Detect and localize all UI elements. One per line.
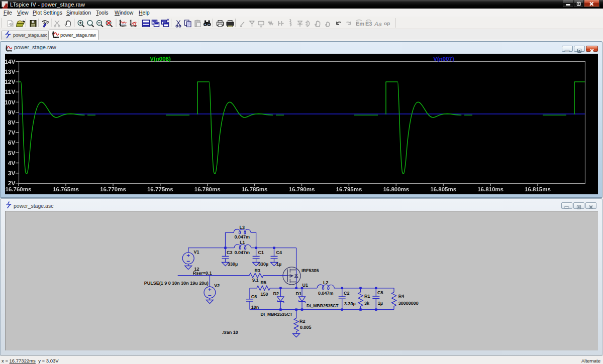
svg-text:op: op — [384, 21, 390, 27]
svg-text:330µ: 330µ — [228, 262, 238, 267]
svg-text:Aa: Aa — [374, 21, 382, 28]
svg-text:V(n006): V(n006) — [150, 56, 171, 62]
svg-text:C6: C6 — [251, 294, 257, 299]
svg-text:16.790ms: 16.790ms — [289, 187, 315, 193]
svg-text:R3: R3 — [255, 268, 261, 273]
svg-text:9V: 9V — [8, 109, 16, 116]
svg-text:16.815ms: 16.815ms — [525, 187, 551, 193]
svg-text:PULSE(1 9 0 30n 30n 19u 20u): PULSE(1 9 0 30n 30n 19u 20u) — [144, 281, 209, 286]
svg-text:10V: 10V — [5, 99, 16, 106]
svg-text:16.780ms: 16.780ms — [194, 187, 221, 193]
svg-text:16.805ms: 16.805ms — [430, 187, 456, 193]
svg-text:3k: 3k — [364, 301, 370, 306]
svg-text:DI_MBR2535CT: DI_MBR2535CT — [307, 303, 339, 308]
svg-text:Em: Em — [356, 21, 364, 27]
svg-text:1µ: 1µ — [276, 262, 281, 267]
svg-text:R2: R2 — [299, 319, 306, 324]
svg-text:16.765ms: 16.765ms — [53, 187, 79, 193]
svg-text:V2: V2 — [214, 283, 220, 288]
svg-text:16.770ms: 16.770ms — [100, 187, 126, 193]
svg-text:C5: C5 — [377, 290, 383, 295]
svg-text:1µ: 1µ — [378, 301, 383, 306]
svg-text:D1: D1 — [295, 291, 301, 296]
svg-text:6V: 6V — [8, 139, 16, 146]
svg-text:C3: C3 — [227, 250, 233, 255]
svg-text:D2: D2 — [273, 291, 279, 296]
svg-text:16.810ms: 16.810ms — [477, 187, 504, 193]
svg-text:16.775ms: 16.775ms — [147, 187, 173, 193]
svg-text:13V: 13V — [5, 68, 16, 75]
svg-text:C2: C2 — [344, 291, 350, 296]
svg-text:150: 150 — [261, 292, 268, 297]
svg-text:16.785ms: 16.785ms — [242, 187, 268, 193]
svg-text:330µ: 330µ — [258, 262, 268, 267]
svg-text:E3: E3 — [365, 21, 372, 27]
svg-text:C1: C1 — [258, 250, 264, 255]
svg-text:C4: C4 — [276, 250, 282, 255]
svg-text:12V: 12V — [5, 78, 16, 85]
svg-text:16.760ms: 16.760ms — [6, 187, 32, 193]
svg-text:10n: 10n — [251, 305, 259, 310]
svg-text:16.795ms: 16.795ms — [336, 187, 362, 193]
svg-text:2V: 2V — [8, 180, 16, 187]
svg-text:L3: L3 — [240, 225, 245, 230]
svg-text:0.047m: 0.047m — [235, 250, 250, 255]
svg-text:9.1: 9.1 — [252, 278, 259, 283]
svg-text:11V: 11V — [5, 88, 16, 95]
svg-text:U1: U1 — [302, 283, 308, 288]
svg-text:8V: 8V — [8, 119, 16, 126]
svg-text:L1: L1 — [240, 240, 245, 245]
svg-text:3V: 3V — [8, 170, 16, 177]
svg-text:V(n007): V(n007) — [433, 56, 454, 62]
svg-text:V1: V1 — [194, 250, 199, 255]
svg-text:R4: R4 — [398, 294, 405, 299]
svg-text:R1: R1 — [364, 294, 370, 299]
svg-text:7V: 7V — [8, 129, 16, 136]
svg-text:IRF5305: IRF5305 — [301, 268, 319, 273]
svg-text:Rser=0.1: Rser=0.1 — [193, 271, 212, 276]
svg-text:R5: R5 — [261, 280, 267, 285]
svg-text:5V: 5V — [8, 150, 16, 157]
svg-text:0.047m: 0.047m — [235, 234, 250, 239]
svg-text:16.800ms: 16.800ms — [383, 187, 409, 193]
svg-text:L2: L2 — [323, 280, 329, 285]
svg-text:4V: 4V — [8, 160, 16, 167]
svg-text:DI_MBR2535CT: DI_MBR2535CT — [261, 312, 293, 317]
svg-text:30000000: 30000000 — [398, 301, 419, 306]
svg-text:3.30µ: 3.30µ — [344, 301, 356, 306]
svg-text:14V: 14V — [5, 58, 16, 65]
svg-text:0.005: 0.005 — [300, 325, 312, 330]
svg-text:0.047m: 0.047m — [318, 291, 334, 296]
svg-text:.tran 10: .tran 10 — [222, 330, 238, 335]
